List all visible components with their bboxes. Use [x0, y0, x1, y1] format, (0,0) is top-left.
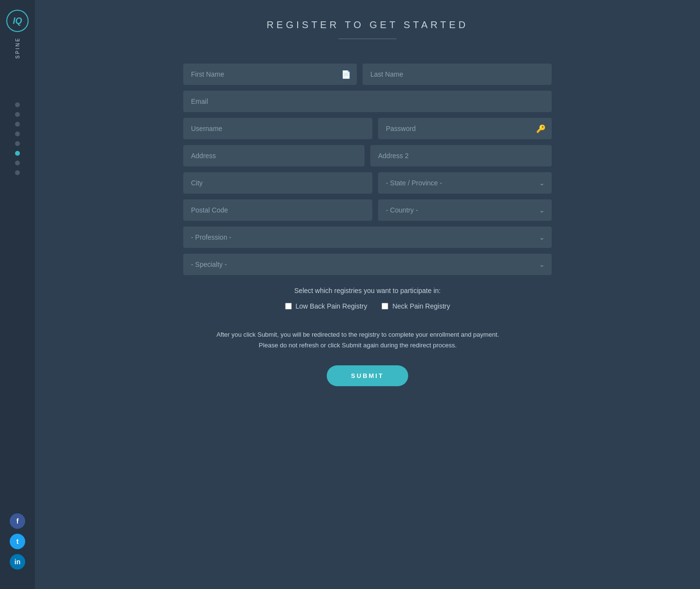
low-back-registry-checkbox[interactable] — [285, 303, 292, 310]
specialty-wrapper: - Specialty - ⌄ — [183, 254, 552, 275]
info-text-line1: After you click Submit, you will be redi… — [183, 329, 532, 340]
country-wrapper: - Country - ⌄ — [378, 199, 552, 221]
state-select[interactable]: - State / Province - — [378, 172, 552, 194]
logo-circle: IQ — [6, 10, 29, 32]
page-title: REGISTER TO GET STARTED — [267, 19, 468, 31]
logo-letters: IQ — [13, 16, 22, 26]
twitter-icon[interactable]: t — [10, 534, 25, 549]
specialty-row: - Specialty - ⌄ — [183, 254, 552, 275]
address-row — [183, 145, 552, 166]
nav-dot-8[interactable] — [15, 170, 20, 175]
first-name-input[interactable] — [183, 64, 357, 85]
nav-dot-2[interactable] — [15, 112, 20, 117]
last-name-input[interactable] — [363, 64, 552, 85]
profession-wrapper: - Profession - ⌄ — [183, 227, 552, 248]
info-text: After you click Submit, you will be redi… — [183, 329, 532, 351]
name-row: 📄 — [183, 64, 552, 85]
nav-dot-6[interactable] — [15, 151, 20, 156]
low-back-registry-label: Low Back Pain Registry — [296, 302, 367, 310]
city-input[interactable] — [183, 172, 372, 194]
registries-section: Select which registries you want to part… — [183, 287, 552, 310]
profession-select[interactable]: - Profession - — [183, 227, 552, 248]
password-wrapper: 🔑 — [378, 118, 552, 139]
neck-pain-registry-label: Neck Pain Registry — [392, 302, 450, 310]
linkedin-icon[interactable]: in — [10, 554, 25, 570]
username-input[interactable] — [183, 118, 372, 139]
email-input[interactable] — [183, 91, 552, 112]
submit-button[interactable]: SUBMIT — [327, 365, 408, 386]
state-wrapper: - State / Province - ⌄ — [378, 172, 552, 194]
nav-dots — [15, 102, 20, 513]
nav-dot-7[interactable] — [15, 161, 20, 165]
registries-label: Select which registries you want to part… — [183, 287, 552, 294]
specialty-select[interactable]: - Specialty - — [183, 254, 552, 275]
country-select[interactable]: - Country - — [378, 199, 552, 221]
title-divider — [338, 38, 397, 39]
credentials-row: 🔑 — [183, 118, 552, 139]
address-input[interactable] — [183, 145, 365, 166]
neck-pain-registry-checkbox[interactable] — [382, 303, 388, 310]
logo-text: SPINE — [15, 37, 20, 59]
registry-options: Low Back Pain Registry Neck Pain Registr… — [183, 302, 552, 310]
key-icon: 🔑 — [536, 124, 546, 133]
email-row — [183, 91, 552, 112]
address2-input[interactable] — [370, 145, 552, 166]
nav-dot-3[interactable] — [15, 122, 20, 127]
logo: IQ SPINE — [6, 10, 29, 59]
registration-form: 📄 🔑 - State / Province - — [183, 64, 552, 386]
first-name-wrapper: 📄 — [183, 64, 357, 85]
low-back-registry-option[interactable]: Low Back Pain Registry — [285, 302, 367, 310]
city-state-row: - State / Province - ⌄ — [183, 172, 552, 194]
nav-dot-5[interactable] — [15, 141, 20, 146]
password-input[interactable] — [378, 118, 552, 139]
facebook-icon[interactable]: f — [10, 513, 25, 529]
nav-dot-4[interactable] — [15, 131, 20, 136]
info-text-line2: Please do not refresh or click Submit ag… — [183, 340, 532, 351]
social-icons: f t in — [10, 513, 25, 570]
neck-pain-registry-option[interactable]: Neck Pain Registry — [382, 302, 450, 310]
id-card-icon: 📄 — [341, 70, 351, 79]
profession-row: - Profession - ⌄ — [183, 227, 552, 248]
postal-code-input[interactable] — [183, 199, 372, 221]
postal-country-row: - Country - ⌄ — [183, 199, 552, 221]
main-content: REGISTER TO GET STARTED 📄 🔑 — [35, 0, 700, 589]
sidebar: IQ SPINE f t in — [0, 0, 35, 589]
nav-dot-1[interactable] — [15, 102, 20, 107]
